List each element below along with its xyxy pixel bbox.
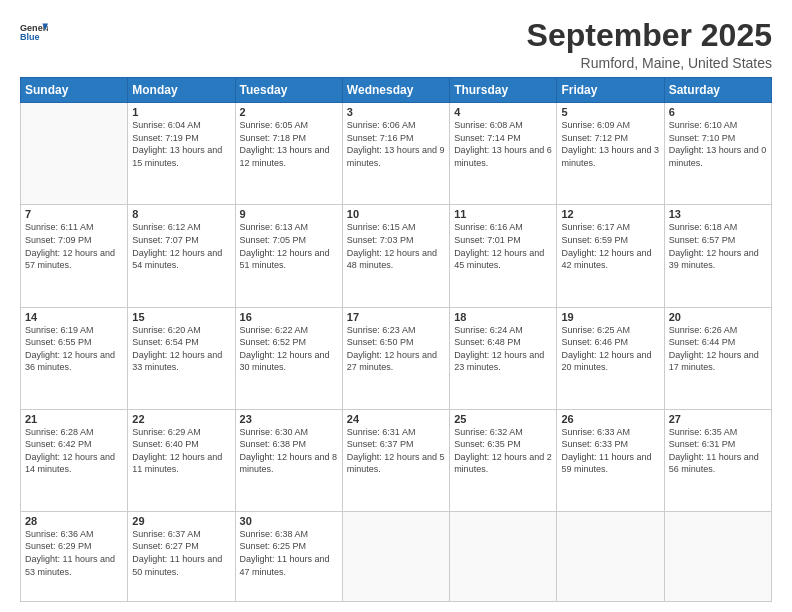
day-number: 22 [132, 413, 230, 425]
day-info: Sunrise: 6:18 AMSunset: 6:57 PMDaylight:… [669, 221, 767, 271]
table-row: 6Sunrise: 6:10 AMSunset: 7:10 PMDaylight… [664, 103, 771, 205]
day-number: 18 [454, 311, 552, 323]
col-tuesday: Tuesday [235, 78, 342, 103]
day-info: Sunrise: 6:22 AMSunset: 6:52 PMDaylight:… [240, 324, 338, 374]
title-section: September 2025 Rumford, Maine, United St… [527, 18, 772, 71]
table-row: 22Sunrise: 6:29 AMSunset: 6:40 PMDayligh… [128, 409, 235, 511]
day-info: Sunrise: 6:20 AMSunset: 6:54 PMDaylight:… [132, 324, 230, 374]
logo: General Blue [20, 18, 48, 46]
day-info: Sunrise: 6:15 AMSunset: 7:03 PMDaylight:… [347, 221, 445, 271]
day-number: 30 [240, 515, 338, 527]
table-row [342, 511, 449, 601]
table-row: 27Sunrise: 6:35 AMSunset: 6:31 PMDayligh… [664, 409, 771, 511]
table-row [557, 511, 664, 601]
day-number: 25 [454, 413, 552, 425]
day-number: 4 [454, 106, 552, 118]
day-info: Sunrise: 6:11 AMSunset: 7:09 PMDaylight:… [25, 221, 123, 271]
day-number: 24 [347, 413, 445, 425]
table-row: 19Sunrise: 6:25 AMSunset: 6:46 PMDayligh… [557, 307, 664, 409]
day-info: Sunrise: 6:16 AMSunset: 7:01 PMDaylight:… [454, 221, 552, 271]
day-number: 1 [132, 106, 230, 118]
page: General Blue September 2025 Rumford, Mai… [0, 0, 792, 612]
day-info: Sunrise: 6:23 AMSunset: 6:50 PMDaylight:… [347, 324, 445, 374]
table-row: 29Sunrise: 6:37 AMSunset: 6:27 PMDayligh… [128, 511, 235, 601]
day-number: 29 [132, 515, 230, 527]
day-info: Sunrise: 6:06 AMSunset: 7:16 PMDaylight:… [347, 119, 445, 169]
day-number: 20 [669, 311, 767, 323]
day-info: Sunrise: 6:08 AMSunset: 7:14 PMDaylight:… [454, 119, 552, 169]
day-number: 14 [25, 311, 123, 323]
day-info: Sunrise: 6:25 AMSunset: 6:46 PMDaylight:… [561, 324, 659, 374]
calendar-week-row: 7Sunrise: 6:11 AMSunset: 7:09 PMDaylight… [21, 205, 772, 307]
day-info: Sunrise: 6:04 AMSunset: 7:19 PMDaylight:… [132, 119, 230, 169]
col-wednesday: Wednesday [342, 78, 449, 103]
day-number: 27 [669, 413, 767, 425]
day-number: 21 [25, 413, 123, 425]
day-info: Sunrise: 6:26 AMSunset: 6:44 PMDaylight:… [669, 324, 767, 374]
table-row: 13Sunrise: 6:18 AMSunset: 6:57 PMDayligh… [664, 205, 771, 307]
table-row: 11Sunrise: 6:16 AMSunset: 7:01 PMDayligh… [450, 205, 557, 307]
day-number: 5 [561, 106, 659, 118]
day-info: Sunrise: 6:29 AMSunset: 6:40 PMDaylight:… [132, 426, 230, 476]
svg-text:Blue: Blue [20, 32, 40, 42]
calendar-week-row: 21Sunrise: 6:28 AMSunset: 6:42 PMDayligh… [21, 409, 772, 511]
location: Rumford, Maine, United States [527, 55, 772, 71]
col-sunday: Sunday [21, 78, 128, 103]
calendar-week-row: 1Sunrise: 6:04 AMSunset: 7:19 PMDaylight… [21, 103, 772, 205]
day-info: Sunrise: 6:10 AMSunset: 7:10 PMDaylight:… [669, 119, 767, 169]
table-row: 1Sunrise: 6:04 AMSunset: 7:19 PMDaylight… [128, 103, 235, 205]
day-number: 12 [561, 208, 659, 220]
table-row: 9Sunrise: 6:13 AMSunset: 7:05 PMDaylight… [235, 205, 342, 307]
table-row [21, 103, 128, 205]
table-row: 3Sunrise: 6:06 AMSunset: 7:16 PMDaylight… [342, 103, 449, 205]
table-row: 5Sunrise: 6:09 AMSunset: 7:12 PMDaylight… [557, 103, 664, 205]
day-info: Sunrise: 6:32 AMSunset: 6:35 PMDaylight:… [454, 426, 552, 476]
day-info: Sunrise: 6:09 AMSunset: 7:12 PMDaylight:… [561, 119, 659, 169]
table-row: 15Sunrise: 6:20 AMSunset: 6:54 PMDayligh… [128, 307, 235, 409]
col-saturday: Saturday [664, 78, 771, 103]
day-number: 11 [454, 208, 552, 220]
table-row: 28Sunrise: 6:36 AMSunset: 6:29 PMDayligh… [21, 511, 128, 601]
logo-icon: General Blue [20, 18, 48, 46]
day-info: Sunrise: 6:33 AMSunset: 6:33 PMDaylight:… [561, 426, 659, 476]
day-info: Sunrise: 6:12 AMSunset: 7:07 PMDaylight:… [132, 221, 230, 271]
month-title: September 2025 [527, 18, 772, 53]
day-info: Sunrise: 6:28 AMSunset: 6:42 PMDaylight:… [25, 426, 123, 476]
day-info: Sunrise: 6:24 AMSunset: 6:48 PMDaylight:… [454, 324, 552, 374]
calendar-table: Sunday Monday Tuesday Wednesday Thursday… [20, 77, 772, 602]
day-info: Sunrise: 6:31 AMSunset: 6:37 PMDaylight:… [347, 426, 445, 476]
day-info: Sunrise: 6:05 AMSunset: 7:18 PMDaylight:… [240, 119, 338, 169]
day-info: Sunrise: 6:13 AMSunset: 7:05 PMDaylight:… [240, 221, 338, 271]
col-monday: Monday [128, 78, 235, 103]
table-row: 8Sunrise: 6:12 AMSunset: 7:07 PMDaylight… [128, 205, 235, 307]
day-info: Sunrise: 6:17 AMSunset: 6:59 PMDaylight:… [561, 221, 659, 271]
day-info: Sunrise: 6:19 AMSunset: 6:55 PMDaylight:… [25, 324, 123, 374]
day-number: 16 [240, 311, 338, 323]
day-info: Sunrise: 6:37 AMSunset: 6:27 PMDaylight:… [132, 528, 230, 578]
calendar-week-row: 28Sunrise: 6:36 AMSunset: 6:29 PMDayligh… [21, 511, 772, 601]
table-row: 30Sunrise: 6:38 AMSunset: 6:25 PMDayligh… [235, 511, 342, 601]
table-row: 10Sunrise: 6:15 AMSunset: 7:03 PMDayligh… [342, 205, 449, 307]
table-row: 7Sunrise: 6:11 AMSunset: 7:09 PMDaylight… [21, 205, 128, 307]
day-info: Sunrise: 6:36 AMSunset: 6:29 PMDaylight:… [25, 528, 123, 578]
table-row: 2Sunrise: 6:05 AMSunset: 7:18 PMDaylight… [235, 103, 342, 205]
header: General Blue September 2025 Rumford, Mai… [20, 18, 772, 71]
day-number: 28 [25, 515, 123, 527]
day-info: Sunrise: 6:35 AMSunset: 6:31 PMDaylight:… [669, 426, 767, 476]
day-number: 23 [240, 413, 338, 425]
day-number: 2 [240, 106, 338, 118]
table-row: 18Sunrise: 6:24 AMSunset: 6:48 PMDayligh… [450, 307, 557, 409]
day-number: 7 [25, 208, 123, 220]
calendar-header-row: Sunday Monday Tuesday Wednesday Thursday… [21, 78, 772, 103]
table-row: 23Sunrise: 6:30 AMSunset: 6:38 PMDayligh… [235, 409, 342, 511]
table-row: 16Sunrise: 6:22 AMSunset: 6:52 PMDayligh… [235, 307, 342, 409]
day-number: 10 [347, 208, 445, 220]
calendar-week-row: 14Sunrise: 6:19 AMSunset: 6:55 PMDayligh… [21, 307, 772, 409]
day-number: 13 [669, 208, 767, 220]
table-row: 17Sunrise: 6:23 AMSunset: 6:50 PMDayligh… [342, 307, 449, 409]
table-row: 12Sunrise: 6:17 AMSunset: 6:59 PMDayligh… [557, 205, 664, 307]
table-row: 14Sunrise: 6:19 AMSunset: 6:55 PMDayligh… [21, 307, 128, 409]
col-friday: Friday [557, 78, 664, 103]
day-number: 17 [347, 311, 445, 323]
table-row: 21Sunrise: 6:28 AMSunset: 6:42 PMDayligh… [21, 409, 128, 511]
